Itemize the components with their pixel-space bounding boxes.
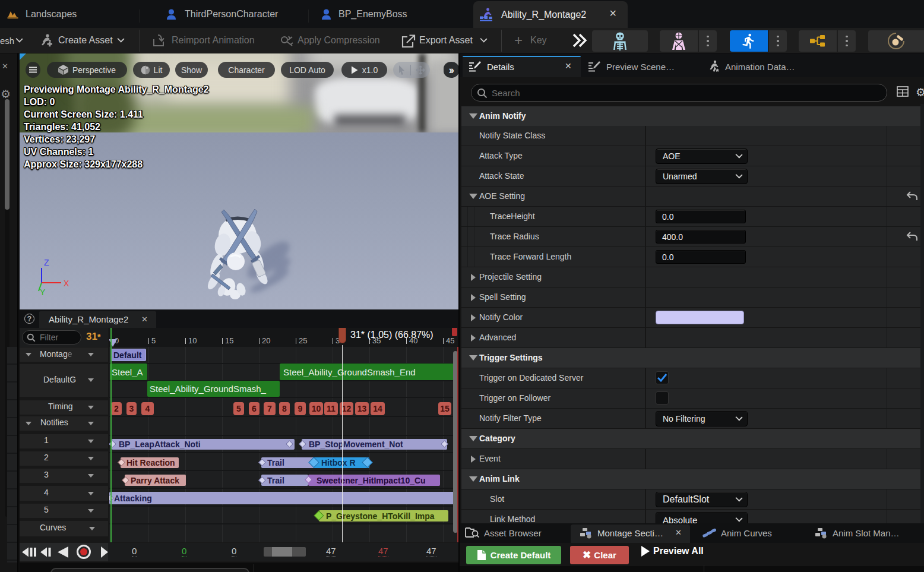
svg-text:Y: Y — [40, 287, 46, 297]
svg-text:Z: Z — [44, 258, 49, 267]
svg-text:X: X — [64, 279, 69, 288]
